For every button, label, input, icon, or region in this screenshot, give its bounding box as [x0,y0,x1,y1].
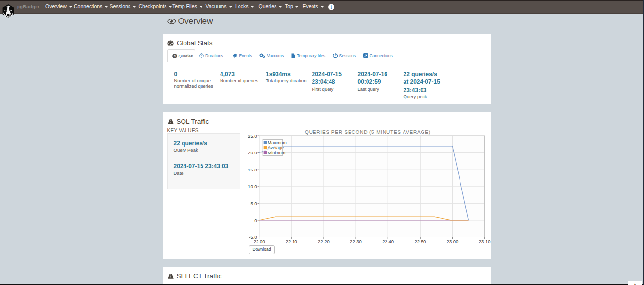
svg-text:Minimum: Minimum [268,151,286,155]
svg-text:10.0: 10.0 [248,184,257,189]
svg-text:Average: Average [268,145,284,150]
svg-text:22:50: 22:50 [414,239,426,244]
svg-text:0: 0 [254,218,257,223]
svg-text:5.0: 5.0 [250,201,257,206]
svg-text:?: ? [173,54,176,58]
svg-text:22:40: 22:40 [382,239,394,244]
svg-text:25.0: 25.0 [248,133,257,139]
svg-text:15.0: 15.0 [248,167,257,172]
svg-text:23:10: 23:10 [479,239,491,244]
svg-text:22:00: 22:00 [254,239,265,244]
svg-text:QUERIES PER SECOND (5 MINUTES: QUERIES PER SECOND (5 MINUTES AVERAGE) [305,130,431,135]
svg-text:23:00: 23:00 [447,239,459,244]
svg-text:22:10: 22:10 [286,239,297,244]
svg-text:Maximum: Maximum [268,140,287,145]
svg-text:20.0: 20.0 [248,150,257,155]
svg-text:22:30: 22:30 [350,239,362,244]
svg-text:22:20: 22:20 [318,239,330,244]
